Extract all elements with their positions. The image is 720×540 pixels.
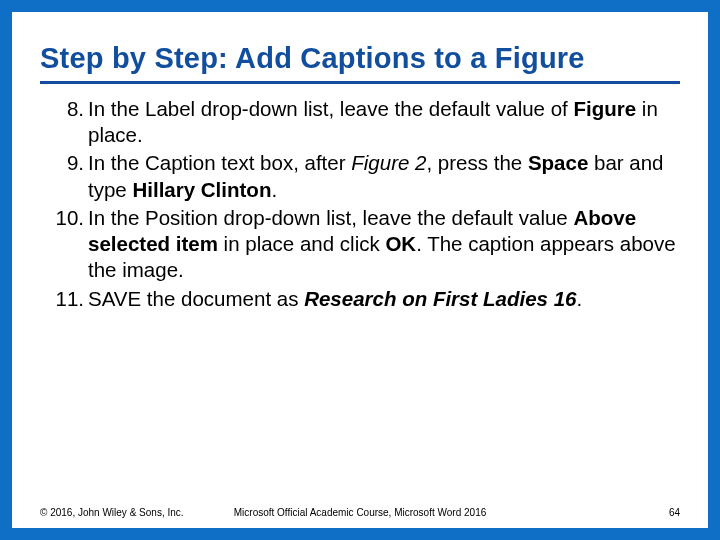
text: .: [271, 178, 277, 201]
step-8: In the Label drop-down list, leave the d…: [88, 96, 680, 148]
slide-inner: Step by Step: Add Captions to a Figure I…: [12, 12, 708, 528]
step-10: In the Position drop-down list, leave th…: [88, 205, 680, 284]
text: SAVE the document as: [88, 287, 304, 310]
step-list: In the Label drop-down list, leave the d…: [40, 96, 680, 312]
bold: OK: [385, 232, 416, 255]
bold: Hillary Clinton: [132, 178, 271, 201]
step-9: In the Caption text box, after Figure 2,…: [88, 150, 680, 202]
text: , press the: [426, 151, 527, 174]
text: in place and click: [218, 232, 386, 255]
title-rule: [40, 81, 680, 84]
course-label: Microsoft Official Academic Course, Micr…: [234, 507, 487, 518]
text: In the Label drop-down list, leave the d…: [88, 97, 573, 120]
text: In the Caption text box, after: [88, 151, 351, 174]
footer: © 2016, John Wiley & Sons, Inc. Microsof…: [40, 507, 680, 518]
italic: Figure 2: [351, 151, 426, 174]
bold: Space: [528, 151, 588, 174]
text: .: [576, 287, 582, 310]
step-11: SAVE the document as Research on First L…: [88, 286, 680, 312]
slide-title: Step by Step: Add Captions to a Figure: [40, 42, 680, 75]
page-number: 64: [669, 507, 680, 518]
slide-frame: Step by Step: Add Captions to a Figure I…: [0, 0, 720, 540]
bold-italic: Research on First Ladies 16: [304, 287, 576, 310]
text: In the Position drop-down list, leave th…: [88, 206, 573, 229]
copyright: © 2016, John Wiley & Sons, Inc.: [40, 507, 184, 518]
bold: Figure: [573, 97, 636, 120]
